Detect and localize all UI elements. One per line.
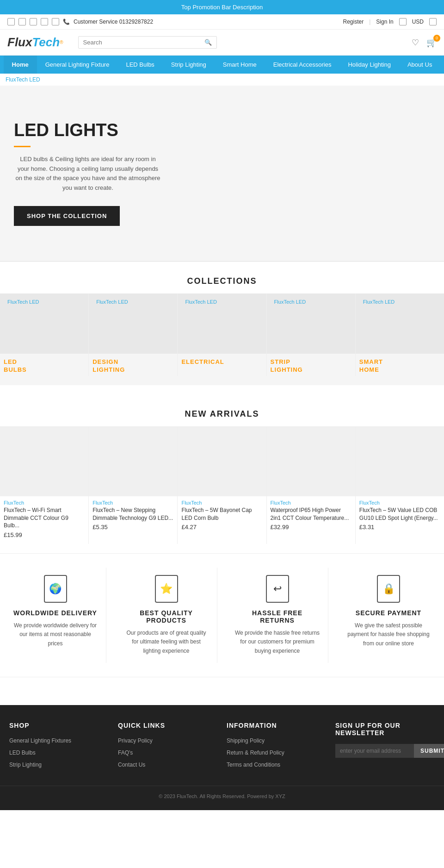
collections-section: COLLECTIONS FluxTech LED LEDBULBS FluxTe…	[0, 262, 444, 394]
product-img-4	[356, 427, 444, 496]
collection-img-design: FluxTech LED	[89, 293, 177, 354]
shop-collection-button[interactable]: SHOP THE COLLECTION	[14, 206, 120, 226]
collection-item-led: FluxTech LED LEDBULBS	[0, 293, 89, 376]
quality-icon: ⭐	[155, 575, 178, 603]
footer-link-refund[interactable]: Return & Refund Policy	[227, 749, 326, 757]
hero-divider	[14, 146, 31, 147]
register-link[interactable]: Register	[343, 19, 364, 25]
logo-dot: ®	[60, 40, 63, 45]
top-bar-left: 📞 Customer Service 01329287822	[7, 18, 153, 25]
product-brand-4: FluxTech	[356, 496, 444, 506]
collection-img-led: FluxTech LED	[0, 293, 88, 354]
collections-grid: FluxTech LED LEDBULBS FluxTech LED DESIG…	[0, 293, 444, 385]
collection-label-4: SMARTHOME	[356, 354, 387, 376]
product-name-2: FluxTech – 5W Bayonet Cap LED Corn Bulb	[178, 506, 266, 524]
icon2	[18, 18, 26, 25]
product-brand-0: FluxTech	[0, 496, 88, 506]
main-nav: Home General Lighting Fixture LED Bulbs …	[0, 56, 444, 74]
product-name-4: FluxTech – 5W Value LED COB GU10 LED Spo…	[356, 506, 444, 524]
hero-content: LED LIGHTS LED bulbs & Ceiling lights ar…	[14, 121, 162, 226]
feature-desc-2: We provide the hassle free returns for o…	[234, 629, 321, 656]
wishlist-icon[interactable]: ♡	[412, 37, 419, 48]
signin-link[interactable]: Sign In	[376, 19, 393, 25]
collection-item-design: FluxTech LED DESIGNLIGHTING	[89, 293, 178, 376]
product-brand-1: FluxTech	[89, 496, 177, 506]
footer-link-terms[interactable]: Terms and Conditions	[227, 761, 326, 769]
search-icon[interactable]: 🔍	[204, 39, 212, 46]
footer-link-privacy[interactable]: Privacy Policy	[118, 737, 217, 745]
footer-grid: SHOP General Lighting Fixtures LED Bulbs…	[0, 722, 444, 773]
feature-title-0: WORLDWIDE DELIVERY	[12, 609, 99, 617]
feature-item-1: ⭐ BEST QUALITY PRODUCTS Our products are…	[116, 568, 217, 663]
footer-shop-title: SHOP	[9, 722, 109, 729]
collection-label-0: LEDBULBS	[0, 354, 31, 376]
nav-item-strip[interactable]: Strip Lighting	[163, 56, 215, 74]
customer-service-label: Customer Service 01329287822	[74, 19, 153, 25]
icon4	[41, 18, 48, 25]
footer-link-strip[interactable]: Strip Lighting	[9, 761, 109, 769]
product-price-2: £4.27	[178, 524, 266, 531]
flag-icon	[399, 18, 407, 25]
worldwide-icon: 🌍	[44, 575, 67, 603]
products-grid: FluxTech FluxTech – Wi-Fi Smart Dimmable…	[0, 426, 444, 544]
footer-link-shipping[interactable]: Shipping Policy	[227, 737, 326, 745]
product-item-2: FluxTech FluxTech – 5W Bayonet Cap LED C…	[178, 427, 266, 544]
collection-item-smart: FluxTech LED SMARTHOME	[356, 293, 444, 376]
product-name-0: FluxTech – Wi-Fi Smart Dimmable CCT Colo…	[0, 506, 88, 531]
new-arrivals-section: NEW ARRIVALS FluxTech FluxTech – Wi-Fi S…	[0, 394, 444, 553]
phone-icon: 📞	[63, 19, 70, 25]
product-img-3	[267, 427, 355, 496]
cart-icon[interactable]: 🛒 0	[426, 37, 437, 48]
collection-label-3: STRIPLIGHTING	[267, 354, 307, 376]
feature-desc-0: We provide worldwide delivery for our it…	[12, 621, 99, 648]
footer-link-faq[interactable]: FAQ's	[118, 749, 217, 757]
cart-badge: 0	[433, 35, 440, 42]
feature-title-1: BEST QUALITY PRODUCTS	[123, 609, 210, 624]
product-price-4: £3.31	[356, 524, 444, 531]
nav-item-home[interactable]: Home	[4, 56, 37, 74]
footer-quick-title: QUICK LINKS	[118, 722, 217, 729]
collection-brand-1: FluxTech LED	[92, 296, 131, 306]
footer-link-general[interactable]: General Lighting Fixtures	[9, 737, 109, 745]
spacer	[0, 677, 444, 705]
newsletter-submit-button[interactable]: SUBMIT	[414, 744, 444, 758]
product-price-0: £15.99	[0, 531, 88, 538]
footer-link-contact[interactable]: Contact Us	[118, 761, 217, 769]
footer-col-quick: QUICK LINKS Privacy Policy FAQ's Contact…	[118, 722, 217, 773]
breadcrumb: FluxTech LED	[0, 74, 444, 86]
new-arrivals-title: NEW ARRIVALS	[0, 394, 444, 426]
collection-label-1: DESIGNLIGHTING	[89, 354, 129, 376]
logo[interactable]: FluxTech®	[7, 35, 63, 50]
returns-icon: ↩	[266, 575, 289, 603]
product-price-1: £5.35	[89, 524, 177, 531]
nav-item-holiday[interactable]: Holiday Lighting	[339, 56, 399, 74]
nav-item-smart[interactable]: Smart Home	[215, 56, 265, 74]
product-price-3: £32.99	[267, 524, 355, 531]
nav-item-general[interactable]: General Lighting Fixture	[37, 56, 118, 74]
footer-bottom: © 2023 FluxTech. All Rights Reserved. Po…	[0, 786, 444, 801]
product-item-3: FluxTech Waterproof IP65 High Power 2in1…	[267, 427, 356, 544]
search-input[interactable]	[83, 39, 202, 46]
newsletter-input[interactable]	[335, 744, 414, 758]
nav-item-about[interactable]: About Us	[399, 56, 440, 74]
icon5	[52, 18, 59, 25]
icon1	[7, 18, 15, 25]
collection-brand-4: FluxTech LED	[359, 296, 398, 306]
footer-col-newsletter: SIGN UP FOR OUR NEWSLETTER SUBMIT	[335, 722, 435, 773]
collection-item-electrical: FluxTech LED ELECTRICAL	[178, 293, 266, 376]
feature-desc-3: We give the safest possible payment for …	[345, 621, 432, 648]
nav-item-electrical[interactable]: Electrical Accessories	[265, 56, 340, 74]
footer-link-led[interactable]: LED Bulbs	[9, 749, 109, 757]
currency-label: USD	[412, 19, 424, 25]
icon3	[30, 18, 37, 25]
hero-title: LED LIGHTS	[14, 121, 162, 140]
payment-icon: 🔒	[377, 575, 400, 603]
features-section: 🌍 WORLDWIDE DELIVERY We provide worldwid…	[0, 553, 444, 677]
nav-item-led[interactable]: LED Bulbs	[117, 56, 162, 74]
logo-flux: Flux	[7, 35, 32, 50]
product-img-0	[0, 427, 88, 496]
feature-item-3: 🔒 SECURE PAYMENT We give the safest poss…	[338, 568, 439, 663]
footer-col-shop: SHOP General Lighting Fixtures LED Bulbs…	[9, 722, 109, 773]
feature-title-3: SECURE PAYMENT	[345, 609, 432, 617]
collection-label-2: ELECTRICAL	[178, 354, 228, 368]
